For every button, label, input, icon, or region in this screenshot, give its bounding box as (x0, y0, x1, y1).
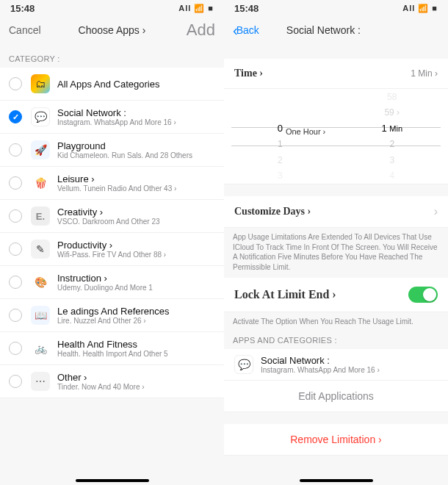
radio-button[interactable] (9, 242, 22, 256)
lock-label: Lock At Limit End › (234, 288, 336, 301)
edit-applications-button[interactable]: Edit Applications (224, 381, 448, 412)
radio-button[interactable] (9, 110, 22, 123)
radio-button[interactable] (9, 375, 22, 388)
category-title: Health And Fitness (57, 339, 215, 350)
hour-picker-column[interactable]: 0 1 2 3 One Hour › (224, 89, 336, 184)
remove-limitation-button[interactable]: Remove Limitation › (224, 424, 448, 456)
category-icon: ⋯ (31, 372, 50, 391)
category-title: Creativity › (57, 206, 215, 218)
time-row[interactable]: Time › 1 Min › (224, 59, 448, 89)
customize-days-row[interactable]: Customize Days › › (224, 196, 448, 228)
usage-help-text: App Usage Limitations Are Extended To Al… (224, 228, 448, 278)
category-title: Productivity › (57, 240, 215, 251)
category-list: 🗂All Apps And Categories💬Social Network … (0, 68, 224, 398)
radio-button[interactable] (9, 209, 22, 223)
nav-bar: ‹ Back Social Network : (224, 16, 448, 44)
category-item[interactable]: ⋯Other ›Tinder. Now And 40 More › (0, 365, 224, 398)
customize-days-label: Customize Days › (234, 206, 311, 218)
apps-categories-header: APPS AND CATEGORIES : (224, 333, 448, 349)
lock-at-limit-row: Lock At Limit End › (224, 278, 448, 312)
time-value: 1 Min › (411, 68, 438, 79)
category-item[interactable]: 🎨Instruction ›Udemy. Duolingo And More 1 (0, 266, 224, 299)
status-bar: 15:48 All 📶 ■ (224, 0, 448, 16)
choose-apps-screen: 15:48 All 📶 ■ Cancel Choose Apps › Add C… (0, 0, 224, 485)
time-picker[interactable]: 0 1 2 3 One Hour › 58 59 › 1 Min 2 3 4 (224, 89, 448, 184)
time-label: Time › (234, 68, 263, 79)
add-button[interactable]: Add (164, 21, 215, 40)
category-icon: 🎨 (31, 273, 50, 292)
cancel-button[interactable]: Cancel (9, 24, 60, 36)
status-time: 15:48 (10, 3, 35, 14)
category-item[interactable]: ✎Productivity ›Wifi-Pass. Fire TV And Ot… (0, 233, 224, 266)
category-subtitle: Wifi-Pass. Fire TV And Other 88 › (57, 251, 215, 259)
category-item[interactable]: 🚀PlaygroundKid Chameleon. Run Sals. And … (0, 134, 224, 167)
category-icon: 🚀 (31, 140, 50, 159)
selected-category-subtitle: Instagram. WhatsApp And More 16 › (261, 366, 438, 374)
category-subtitle: Tinder. Now And 40 More › (57, 383, 215, 391)
home-indicator[interactable] (76, 479, 149, 482)
lock-help-text: Activate The Option When You Reach The U… (224, 312, 448, 333)
category-icon: 🚲 (31, 339, 50, 358)
category-subtitle: Lire. Nuzzel And Other 26 › (57, 317, 215, 325)
category-item[interactable]: 🚲Health And FitnessHealth. Health Import… (0, 332, 224, 365)
category-icon: 🗂 (31, 74, 50, 93)
category-subtitle: Udemy. Duolingo And More 1 (57, 284, 215, 292)
status-indicators: All 📶 ■ (402, 4, 438, 13)
selected-category-title: Social Network : (261, 355, 438, 366)
category-icon: 💬 (31, 107, 50, 126)
category-title: Social Network : (57, 107, 215, 118)
battery-icon: ■ (432, 4, 438, 12)
category-item[interactable]: 📖Le adings And ReferencesLire. Nuzzel An… (0, 299, 224, 332)
social-icon: 💬 (234, 355, 253, 374)
lock-toggle[interactable] (408, 287, 438, 303)
nav-title: Social Network : (259, 24, 388, 36)
radio-button[interactable] (9, 309, 22, 322)
home-indicator[interactable] (300, 479, 373, 482)
radio-button[interactable] (9, 342, 22, 355)
status-bar: 15:48 All 📶 ■ (0, 0, 224, 16)
limit-detail-screen: 15:48 All 📶 ■ ‹ Back Social Network : Ti… (224, 0, 448, 485)
category-icon: ✎ (31, 240, 50, 259)
back-button[interactable]: ‹ Back (233, 22, 259, 39)
category-icon: E. (31, 206, 50, 226)
category-subtitle: VSCO. Darkroom And Other 23 (57, 218, 215, 226)
radio-button[interactable] (9, 77, 22, 90)
status-indicators: All 📶 ■ (178, 4, 214, 13)
category-title: Other › (57, 372, 215, 383)
wifi-icon: 📶 (418, 4, 429, 13)
category-title: Leisure › (57, 173, 215, 184)
category-title: All Apps And Categories (57, 79, 215, 90)
category-icon: 🍿 (31, 173, 50, 193)
category-header: CATEGORY : (0, 44, 224, 68)
selected-category-row[interactable]: 💬 Social Network : Instagram. WhatsApp A… (224, 349, 448, 381)
chevron-right-icon: › (434, 205, 438, 218)
category-subtitle: Vellum. Tunein Radio And Other 43 › (57, 184, 215, 193)
radio-button[interactable] (9, 276, 22, 289)
category-title: Le adings And References (57, 306, 215, 317)
category-subtitle: Kid Chameleon. Run Sals. And 28 Others (57, 151, 215, 159)
battery-icon: ■ (208, 4, 214, 12)
category-item[interactable]: E.Creativity ›VSCO. Darkroom And Other 2… (0, 200, 224, 233)
radio-button[interactable] (9, 143, 22, 157)
hour-label: One Hour › (286, 127, 325, 136)
minute-picker-column[interactable]: 58 59 › 1 Min 2 3 4 (336, 89, 449, 184)
category-subtitle: Health. Health Import And Other 5 (57, 350, 215, 358)
wifi-icon: 📶 (194, 4, 205, 13)
category-item[interactable]: 🍿Leisure ›Vellum. Tunein Radio And Other… (0, 167, 224, 200)
category-item[interactable]: 💬Social Network :Instagram. WhatsApp And… (0, 101, 224, 134)
radio-button[interactable] (9, 176, 22, 190)
nav-title: Choose Apps › (60, 24, 164, 36)
nav-bar: Cancel Choose Apps › Add (0, 16, 224, 44)
category-item[interactable]: 🗂All Apps And Categories (0, 68, 224, 101)
category-icon: 📖 (31, 306, 50, 325)
category-title: Playground (57, 140, 215, 151)
category-title: Instruction › (57, 273, 215, 284)
status-time: 15:48 (234, 3, 259, 14)
category-subtitle: Instagram. WhatsApp And More 16 › (57, 118, 215, 126)
